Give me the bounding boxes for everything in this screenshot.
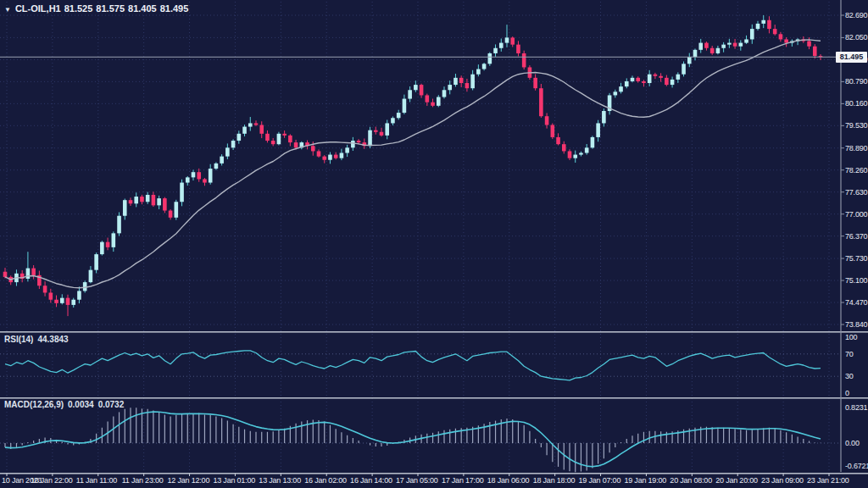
price-axis-label: 82.050 [845, 33, 867, 42]
price-axis-label: 82.690 [845, 11, 867, 19]
rsi-axis-label: 100 [845, 333, 857, 341]
macd-axis-label: 0.00 [845, 439, 860, 447]
price-axis-label: 77.000 [845, 210, 867, 219]
time-axis-label: 12 Jan 12:00 [168, 476, 210, 485]
chart-canvas[interactable] [0, 0, 868, 488]
time-axis-label: 10 Jan 22:00 [31, 476, 73, 485]
time-axis-label: 19 Jan 19:00 [624, 476, 666, 485]
time-axis-label: 13 Jan 13:00 [259, 476, 301, 485]
time-axis-label: 18 Jan 06:00 [487, 476, 530, 485]
time-axis-label: 17 Jan 17:00 [442, 476, 484, 485]
ohlc-low: 81.405 [128, 3, 157, 14]
chart-header: ▼CL-OIL,H181.52581.57581.40581.495 [4, 3, 192, 14]
time-axis-label: 20 Jan 08:00 [670, 476, 712, 485]
price-axis-label: 80.790 [845, 77, 867, 86]
macd-main-value: 0.0034 [68, 400, 94, 409]
price-axis-label: 73.840 [845, 320, 867, 329]
macd-axis-label: 0.8231 [845, 403, 867, 412]
macd-axis-label: -0.6721 [845, 462, 868, 470]
price-axis-label: 78.260 [845, 166, 867, 175]
macd-label-row: MACD(12,26,9)0.00340.0732 [4, 400, 128, 409]
trading-chart-app: ▼CL-OIL,H181.52581.57581.40581.495 82.69… [0, 0, 868, 488]
rsi-indicator-value: 44.3843 [37, 335, 68, 344]
symbol-dropdown-icon[interactable]: ▼ [4, 6, 11, 14]
time-axis-label: 11 Jan 23:00 [122, 476, 164, 485]
ohlc-high: 81.575 [96, 3, 125, 14]
macd-signal-value: 0.0732 [98, 400, 125, 409]
rsi-axis-label: 0 [845, 389, 849, 397]
price-axis-label: 77.630 [845, 188, 867, 197]
time-axis-label: 19 Jan 07:00 [579, 476, 621, 485]
time-axis-label: 23 Jan 09:00 [761, 476, 804, 485]
macd-indicator-name: MACD(12,26,9) [4, 400, 64, 409]
rsi-indicator-name: RSI(14) [4, 335, 33, 344]
price-axis-label: 74.470 [845, 298, 867, 307]
time-axis-label: 17 Jan 05:00 [396, 476, 438, 485]
time-axis-label: 13 Jan 01:00 [213, 476, 255, 485]
rsi-axis-label: 70 [845, 350, 854, 358]
time-axis-label: 23 Jan 21:00 [807, 476, 849, 485]
ohlc-open: 81.525 [64, 3, 93, 14]
current-price-tag: 81.495 [836, 52, 867, 63]
price-axis-label: 80.160 [845, 99, 867, 108]
ohlc-close: 81.495 [160, 3, 189, 14]
symbol-label: CL-OIL,H1 [15, 3, 61, 14]
price-axis-label: 75.100 [845, 276, 867, 285]
price-axis-label: 75.730 [845, 254, 867, 263]
time-axis-label: 18 Jan 18:00 [533, 476, 576, 485]
time-axis-label: 16 Jan 02:00 [304, 476, 347, 485]
time-axis-label: 11 Jan 11:00 [76, 476, 117, 485]
rsi-axis-label: 30 [845, 372, 854, 380]
price-axis-label: 76.370 [845, 232, 867, 241]
time-axis-label: 16 Jan 14:00 [350, 476, 392, 485]
price-axis-label: 78.890 [845, 144, 867, 152]
time-axis-label: 20 Jan 20:00 [715, 476, 758, 485]
rsi-label-row: RSI(14)44.3843 [4, 335, 73, 344]
price-axis-label: 79.530 [845, 121, 867, 130]
